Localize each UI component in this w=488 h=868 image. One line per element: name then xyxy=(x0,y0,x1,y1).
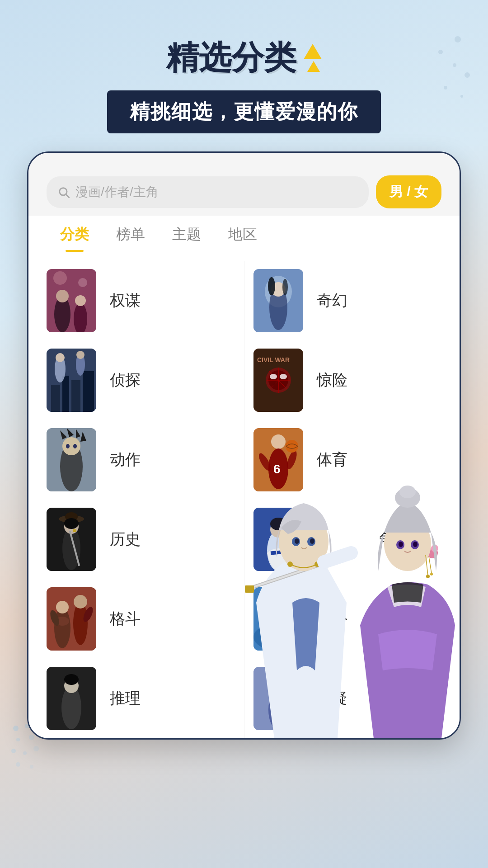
category-thumb-quanmou xyxy=(47,269,96,332)
title-arrows-decoration xyxy=(304,44,322,72)
category-item-tiyu[interactable]: 6 体育 xyxy=(244,420,442,500)
svg-rect-27 xyxy=(62,376,69,412)
svg-point-54 xyxy=(271,434,286,449)
category-item-tuili[interactable]: 推理 xyxy=(47,659,244,738)
category-pair-row-4: 历史 xyxy=(47,500,441,579)
search-input-wrap[interactable]: 漫画/作者/主角 xyxy=(47,176,369,208)
category-thumb-jingxian: CIVIL WAR xyxy=(253,349,303,412)
category-label-gedou: 格斗 xyxy=(110,609,235,629)
category-thumb-zhentuan xyxy=(47,349,96,412)
svg-point-31 xyxy=(56,353,65,362)
gender-toggle-button[interactable]: 男 / 女 xyxy=(376,175,441,208)
category-thumb-dongzuo xyxy=(47,428,96,491)
category-label-tiyu: 体育 xyxy=(317,449,442,470)
svg-point-89 xyxy=(64,674,79,685)
svg-point-42 xyxy=(270,374,277,379)
category-item-zhentuan[interactable]: 侦探 xyxy=(47,340,244,420)
svg-point-5 xyxy=(23,751,27,755)
svg-point-72 xyxy=(270,518,286,530)
svg-point-33 xyxy=(76,351,84,359)
category-label-zhanzheng-visible: 争 xyxy=(379,529,441,550)
subtitle-banner: 精挑细选，更懂爱漫的你 xyxy=(107,90,381,133)
svg-point-43 xyxy=(280,374,287,379)
category-label-lishi: 历史 xyxy=(110,529,235,550)
category-label-jingxian: 惊险 xyxy=(317,370,442,391)
svg-point-17 xyxy=(75,295,86,306)
svg-point-51 xyxy=(66,444,70,448)
tab-fenlei[interactable]: 分类 xyxy=(47,216,103,252)
svg-rect-28 xyxy=(71,380,80,412)
svg-point-67 xyxy=(64,518,79,529)
category-thumb-tuili xyxy=(47,667,96,730)
search-placeholder: 漫画/作者/主角 xyxy=(75,184,159,201)
category-pair-row-1: 权谋 奇幻 xyxy=(47,261,441,340)
svg-point-7 xyxy=(16,762,20,767)
category-label-haiwai: 海外 xyxy=(317,609,442,629)
svg-point-12 xyxy=(53,271,67,285)
category-thumb-tiyu: 6 xyxy=(253,428,303,491)
category-item-xuanyi[interactable]: 悬疑 xyxy=(244,659,442,738)
category-pair-row-6: 推理 悬疑 xyxy=(47,659,441,738)
svg-point-74 xyxy=(54,608,70,648)
subtitle-text: 精挑细选，更懂爱漫的你 xyxy=(130,100,358,123)
svg-text:6: 6 xyxy=(273,462,281,476)
category-thumb-gedou xyxy=(47,587,96,651)
tab-diqu[interactable]: 地区 xyxy=(215,216,271,252)
svg-point-93 xyxy=(271,677,286,688)
category-label-quanmou: 权谋 xyxy=(110,290,235,311)
category-label-tuili: 推理 xyxy=(110,688,235,709)
search-icon xyxy=(57,186,70,198)
svg-rect-26 xyxy=(51,385,60,412)
category-item-dongzuo[interactable]: 动作 xyxy=(47,420,244,500)
category-pair-row-5: 格斗 xyxy=(47,579,441,659)
category-item-lishi[interactable]: 历史 xyxy=(47,500,244,579)
category-pair-row-2: 侦探 CIVIL WAR xyxy=(47,340,441,420)
svg-point-59 xyxy=(286,440,298,453)
category-thumb-zhanzheng xyxy=(253,508,303,571)
svg-point-23 xyxy=(282,279,288,295)
svg-point-52 xyxy=(73,444,77,448)
svg-point-75 xyxy=(56,601,69,613)
svg-point-3 xyxy=(29,735,34,740)
svg-point-16 xyxy=(56,290,69,302)
category-item-quanmou[interactable]: 权谋 xyxy=(47,261,244,340)
svg-point-4 xyxy=(11,749,16,753)
svg-rect-66 xyxy=(73,529,76,532)
tab-zhuti[interactable]: 主题 xyxy=(159,216,215,252)
svg-point-2 xyxy=(16,738,20,741)
category-item-jingxian[interactable]: CIVIL WAR xyxy=(244,340,442,420)
category-item-gedou[interactable]: 格斗 xyxy=(47,579,244,659)
svg-rect-29 xyxy=(83,371,94,412)
tabs-row: 分类 榜单 主题 地区 xyxy=(28,216,460,252)
svg-text:CIVIL WAR: CIVIL WAR xyxy=(257,356,290,363)
svg-line-10 xyxy=(66,194,69,197)
search-bar-area: 漫画/作者/主角 男 / 女 xyxy=(28,166,460,216)
tab-bangdan[interactable]: 榜单 xyxy=(103,216,159,252)
page-title: 精选分类 xyxy=(166,36,296,80)
svg-point-46 xyxy=(62,437,80,455)
header-section: 精选分类 精挑细选，更懂爱漫的你 xyxy=(0,0,488,151)
category-thumb-lishi xyxy=(47,508,96,571)
category-thumb-haiwai xyxy=(253,587,303,651)
category-label-qihuan: 奇幻 xyxy=(317,290,442,311)
category-item-zhanzheng[interactable]: 争 xyxy=(244,500,442,579)
category-item-qihuan[interactable]: 奇幻 xyxy=(244,261,442,340)
svg-point-6 xyxy=(33,746,39,751)
svg-point-85 xyxy=(271,593,286,604)
category-label-dongzuo: 动作 xyxy=(110,449,235,470)
arrow-icon-large xyxy=(304,44,322,59)
svg-point-22 xyxy=(268,277,275,295)
svg-point-13 xyxy=(78,278,87,287)
phone-card: 漫画/作者/主角 男 / 女 分类 榜单 主题 地区 xyxy=(27,151,461,740)
header-title-row: 精选分类 xyxy=(0,36,488,80)
arrow-icon-small xyxy=(307,61,320,72)
category-item-haiwai[interactable]: 海外 xyxy=(244,579,442,659)
category-thumb-xuanyi xyxy=(253,667,303,730)
svg-point-0 xyxy=(13,726,19,731)
category-label-zhentuan: 侦探 xyxy=(110,370,235,391)
svg-point-8 xyxy=(30,765,33,769)
category-label-xuanyi: 悬疑 xyxy=(317,688,442,709)
category-pair-row-3: 动作 6 xyxy=(47,420,441,500)
svg-point-78 xyxy=(74,595,87,609)
category-list: 权谋 奇幻 xyxy=(28,252,460,738)
